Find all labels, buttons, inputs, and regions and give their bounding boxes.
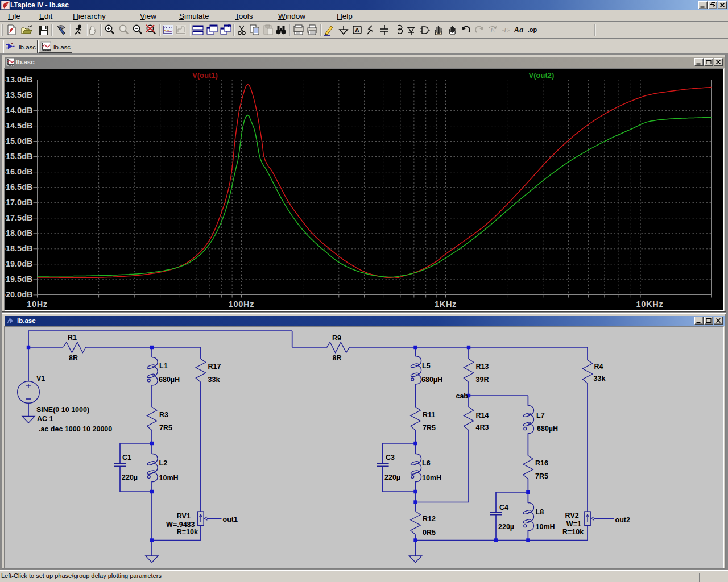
svg-text:-18.0dB: -18.0dB — [5, 228, 33, 238]
svg-text:220µ: 220µ — [122, 473, 138, 481]
svg-text:L1: L1 — [159, 362, 168, 370]
svg-text:7R5: 7R5 — [159, 424, 172, 432]
svg-text:out2: out2 — [615, 516, 630, 524]
svg-text:R17: R17 — [208, 363, 221, 371]
svg-text:-13.0dB: -13.0dB — [5, 75, 33, 84]
svg-text:V1: V1 — [36, 375, 45, 383]
svg-text:V(out1): V(out1) — [192, 71, 218, 80]
svg-text:7R5: 7R5 — [535, 472, 548, 480]
svg-text:10mH: 10mH — [422, 474, 441, 482]
svg-text:RV1: RV1 — [177, 512, 191, 520]
svg-text:-16.5dB: -16.5dB — [5, 182, 33, 192]
svg-text:-16.0dB: -16.0dB — [5, 167, 33, 176]
svg-text:680µH: 680µH — [159, 376, 180, 384]
svg-text:39R: 39R — [476, 376, 489, 384]
svg-text:.op: .op — [528, 26, 537, 33]
svg-text:-18.5dB: -18.5dB — [5, 244, 33, 253]
svg-text:cab: cab — [456, 392, 468, 400]
svg-text:.ac dec 1000 10 20000: .ac dec 1000 10 20000 — [39, 425, 112, 433]
svg-text:out1: out1 — [223, 516, 238, 523]
svg-text:C4: C4 — [499, 504, 508, 512]
svg-text:-17.5dB: -17.5dB — [5, 213, 33, 222]
svg-text:680µH: 680µH — [537, 425, 558, 433]
svg-text:10mH: 10mH — [159, 474, 179, 482]
svg-text:8R: 8R — [333, 354, 342, 362]
svg-text:L7: L7 — [536, 411, 545, 419]
svg-text:7R5: 7R5 — [423, 424, 436, 432]
svg-text:-13.5dB: -13.5dB — [5, 90, 33, 99]
svg-text:220µ: 220µ — [384, 473, 400, 481]
svg-text:R=10k: R=10k — [562, 528, 584, 536]
svg-text:-19.5dB: -19.5dB — [5, 275, 33, 284]
svg-text:4R3: 4R3 — [476, 423, 489, 431]
svg-text:R3: R3 — [159, 411, 168, 419]
svg-text:0R5: 0R5 — [423, 529, 436, 537]
svg-text:R16: R16 — [535, 459, 548, 467]
svg-text:L8: L8 — [536, 508, 544, 516]
svg-text:100Hz: 100Hz — [229, 300, 254, 309]
svg-text:1KHz: 1KHz — [435, 300, 457, 309]
svg-text:R14: R14 — [476, 411, 489, 419]
svg-text:L2: L2 — [159, 459, 168, 467]
svg-text:-15.0dB: -15.0dB — [5, 136, 33, 146]
svg-text:R13: R13 — [476, 363, 489, 371]
svg-text:E: E — [503, 26, 508, 34]
svg-text:-14.0dB: -14.0dB — [5, 106, 33, 115]
svg-text:680µH: 680µH — [421, 376, 442, 384]
svg-text:8R: 8R — [69, 354, 78, 362]
svg-text:10Hz: 10Hz — [27, 300, 48, 309]
svg-text:R9: R9 — [332, 334, 341, 342]
svg-text:R11: R11 — [423, 411, 435, 419]
svg-text:AC 1: AC 1 — [37, 415, 53, 423]
svg-text:R12: R12 — [423, 515, 436, 523]
svg-text:-17.0dB: -17.0dB — [5, 198, 33, 207]
svg-text:W=1: W=1 — [566, 520, 581, 528]
svg-text:C1: C1 — [122, 454, 131, 462]
svg-text:W=.9483: W=.9483 — [166, 521, 195, 529]
svg-text:RV2: RV2 — [565, 512, 579, 519]
svg-text:33k: 33k — [594, 375, 606, 383]
svg-text:V(out2): V(out2) — [529, 71, 555, 80]
svg-text:SINE(0 10 1000): SINE(0 10 1000) — [36, 406, 89, 414]
svg-text:Aa: Aa — [514, 26, 523, 34]
svg-text:-14.5dB: -14.5dB — [5, 121, 33, 130]
svg-text:L5: L5 — [422, 362, 431, 370]
svg-text:220µ: 220µ — [498, 523, 514, 531]
svg-text:10mH: 10mH — [536, 523, 555, 531]
svg-text:R=10k: R=10k — [177, 528, 198, 536]
svg-text:A: A — [355, 27, 359, 34]
svg-text:C3: C3 — [386, 454, 395, 462]
svg-text:R1: R1 — [68, 334, 77, 342]
svg-text:R4: R4 — [594, 363, 603, 371]
svg-text:-15.5dB: -15.5dB — [5, 152, 33, 161]
svg-text:33k: 33k — [208, 376, 220, 384]
svg-text:10KHz: 10KHz — [636, 300, 664, 309]
svg-text:L6: L6 — [422, 459, 431, 467]
svg-text:-19.0dB: -19.0dB — [5, 259, 33, 268]
svg-text:-20.0dB: -20.0dB — [5, 290, 33, 299]
